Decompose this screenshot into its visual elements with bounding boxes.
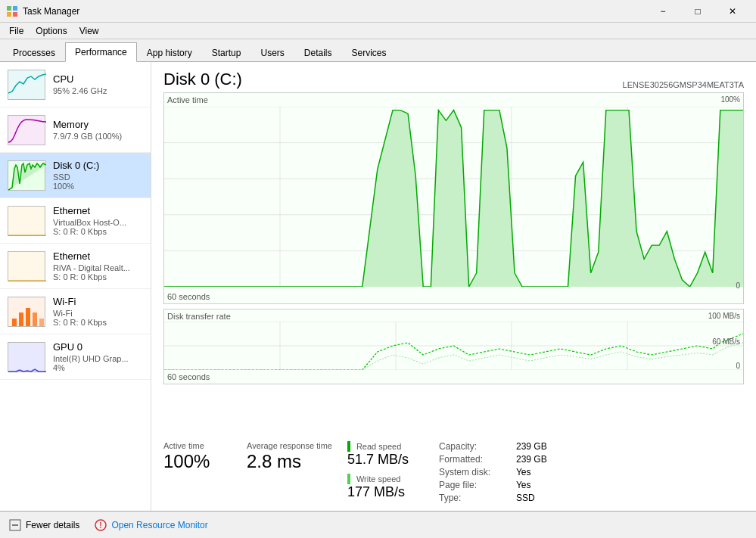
wifi-name: Wi-Fi [53,296,143,307]
sidebar-item-wifi[interactable]: Wi-Fi Wi-Fi S: 0 R: 0 Kbps [0,289,151,334]
tab-processes[interactable]: Processes [3,43,65,62]
cpu-mini-graph [8,70,45,100]
active-time-chart: Active time 100% 0 60 seconds [163,92,744,304]
disk-val: 100% [53,182,143,191]
minimize-button[interactable]: − [646,0,680,23]
resource-monitor-button[interactable]: ! Open Resource Monitor [95,519,207,531]
main-content: CPU 95% 2.46 GHz Memory 7.9/7.9 GB (100%… [0,62,756,511]
ethernet1-mini-graph [8,206,45,236]
read-speed-value: 51.7 MB/s [347,452,409,468]
svg-rect-7 [19,313,23,326]
ethernet2-sub: RiVA - Digital Realt... [53,263,143,272]
charts-area: Active time 100% 0 60 seconds [163,92,744,429]
svg-marker-21 [164,110,743,287]
memory-name: Memory [53,119,143,130]
fewer-details-button[interactable]: Fewer details [9,519,79,531]
active-time-svg [164,93,743,303]
cpu-name: CPU [53,73,143,85]
gpu-name: GPU 0 [53,341,143,353]
transfer-rate-label: Disk transfer rate [167,312,231,321]
sidebar-item-ethernet2[interactable]: Ethernet RiVA - Digital Realt... S: 0 R:… [0,244,151,289]
tab-app-history[interactable]: App history [137,43,202,62]
bottom-bar: Fewer details ! Open Resource Monitor [0,511,756,538]
cpu-sub: 95% 2.46 GHz [53,86,143,95]
page-file-label: Page file: [439,480,507,490]
ethernet2-mini-graph [8,251,45,281]
sidebar-item-ethernet1[interactable]: Ethernet VirtualBox Host-O... S: 0 R: 0 … [0,198,151,244]
active-time-stat: Active time 100% [163,441,232,503]
type-row: Type: SSD [439,493,547,503]
system-disk-value: Yes [516,467,531,477]
svg-rect-8 [26,308,30,326]
write-speed-stat: Write speed 177 MB/s [347,474,409,500]
read-speed-stat: Read speed 51.7 MB/s [347,441,409,468]
disk-mini-graph [8,160,45,191]
svg-rect-6 [12,319,17,326]
tab-details[interactable]: Details [294,43,342,62]
tab-startup[interactable]: Startup [202,43,251,62]
ethernet2-info: Ethernet RiVA - Digital Realt... S: 0 R:… [53,250,143,281]
close-button[interactable]: ✕ [715,0,750,23]
write-speed-value: 177 MB/s [347,484,409,500]
ethernet1-info: Ethernet VirtualBox Host-O... S: 0 R: 0 … [53,205,143,236]
panel-header: Disk 0 (C:) LENSE30256GMSP34MEAT3TA [163,70,744,89]
svg-rect-2 [7,12,11,17]
read-speed-label: Read speed [347,441,409,452]
type-value: SSD [516,493,535,503]
svg-rect-0 [7,6,11,11]
fewer-details-label: Fewer details [26,520,79,530]
menu-options[interactable]: Options [30,24,73,38]
active-time-min: 0 [736,281,740,290]
window-title: Task Manager [23,6,646,17]
speed-stats: Read speed 51.7 MB/s Write speed 177 MB/… [347,441,409,503]
wifi-sub: Wi-Fi [53,309,143,318]
svg-rect-9 [33,313,37,326]
type-label: Type: [439,493,507,503]
svg-rect-3 [13,12,17,17]
window-controls: − □ ✕ [646,0,750,23]
capacity-row: Capacity: 239 GB [439,441,547,452]
formatted-value: 239 GB [516,454,547,465]
maximize-button[interactable]: □ [680,0,715,23]
disk-info: Disk 0 (C:) SSD 100% [53,160,143,191]
read-speed-bar [347,441,350,452]
gpu-sub: Intel(R) UHD Grap... [53,354,143,363]
tab-performance[interactable]: Performance [65,42,137,62]
transfer-rate-svg [164,309,743,384]
stats-section: Active time 100% Average response time 2… [163,437,744,503]
wifi-info: Wi-Fi Wi-Fi S: 0 R: 0 Kbps [53,296,143,327]
title-bar: Task Manager − □ ✕ [0,0,756,23]
capacity-label: Capacity: [439,441,507,452]
resource-monitor-icon: ! [95,519,107,531]
fewer-details-icon [9,519,21,531]
ethernet1-name: Ethernet [53,205,143,216]
sidebar: CPU 95% 2.46 GHz Memory 7.9/7.9 GB (100%… [0,62,151,511]
tab-users[interactable]: Users [250,43,294,62]
sidebar-item-memory[interactable]: Memory 7.9/7.9 GB (100%) [0,107,151,153]
menu-view[interactable]: View [73,24,105,38]
menu-file[interactable]: File [3,24,30,38]
formatted-row: Formatted: 239 GB [439,454,547,465]
avg-response-stat-value: 2.8 ms [247,452,332,471]
sidebar-item-cpu[interactable]: CPU 95% 2.46 GHz [0,62,151,107]
transfer-rate-min: 0 [736,362,740,370]
tab-services[interactable]: Services [342,43,397,62]
panel-title: Disk 0 (C:) [163,70,242,89]
system-disk-label: System disk: [439,467,507,477]
sidebar-item-disk[interactable]: Disk 0 (C:) SSD 100% [0,153,151,198]
disk-name: Disk 0 (C:) [53,160,143,171]
disk-info-group: Capacity: 239 GB Formatted: 239 GB Syste… [439,441,547,503]
cpu-info: CPU 95% 2.46 GHz [53,73,143,95]
active-time-label: Active time [167,95,208,104]
svg-rect-10 [39,319,44,326]
tab-bar: Processes Performance App history Startu… [0,39,756,62]
gpu-info: GPU 0 Intel(R) UHD Grap... 4% [53,341,143,372]
formatted-label: Formatted: [439,454,507,465]
sidebar-item-gpu[interactable]: GPU 0 Intel(R) UHD Grap... 4% [0,334,151,380]
memory-info: Memory 7.9/7.9 GB (100%) [53,119,143,141]
page-file-row: Page file: Yes [439,480,547,490]
transfer-rate-mid: 60 MB/s [712,337,740,346]
ethernet1-sub: VirtualBox Host-O... [53,218,143,227]
menu-bar: File Options View [0,23,756,39]
capacity-value: 239 GB [516,441,547,452]
